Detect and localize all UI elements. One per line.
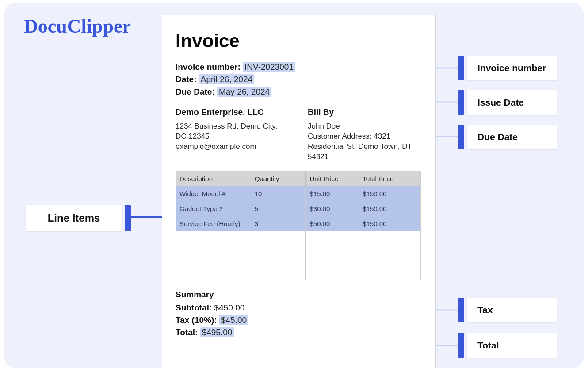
invoice-number-label: Invoice number: [176,62,241,72]
header-quantity: Quantity [251,171,306,186]
cell-unit: $50.00 [306,216,359,231]
tax-value: $45.00 [219,315,248,325]
from-address: 1234 Business Rd, Demo City, DC 12345 [176,121,290,142]
parties-section: Demo Enterprise, LLC 1234 Business Rd, D… [176,107,422,162]
header-total-price: Total Price [359,171,421,186]
tax-label: Tax (10%): [176,315,217,325]
accent-bar [458,333,464,358]
annotation-total: Total [467,333,557,358]
billby-party: Bill By John Doe Customer Address: 4321 … [308,107,422,162]
annotation-issue-date: Issue Date [467,90,557,115]
table-row: Widget Model A 10 $15.00 $150.00 [176,186,421,201]
summary-title: Summary [176,290,422,299]
annotation-label: Tax [477,305,493,315]
annotation-label: Line Items [48,212,100,224]
subtotal-line: Subtotal: $450.00 [176,303,422,313]
total-value: $495.00 [200,327,234,337]
line-items-table: Description Quantity Unit Price Total Pr… [176,171,421,280]
accent-bar [458,298,464,322]
invoice-document: Invoice Invoice number: INV-2023001 Date… [162,15,436,368]
brand-logo: DocuClipper [24,15,131,38]
total-label: Total: [176,328,198,337]
header-description: Description [176,171,251,186]
billby-label: Bill By [308,107,422,117]
cell-qty: 10 [251,186,306,201]
table-empty-row [176,231,421,280]
from-email: example@example.com [176,142,290,152]
from-company: Demo Enterprise, LLC [176,107,290,117]
cell-qty: 5 [251,201,306,216]
invoice-number-line: Invoice number: INV-2023001 [176,62,422,72]
subtotal-label: Subtotal: [176,303,212,312]
annotation-due-date: Due Date [467,125,557,149]
billto-name: John Doe [308,121,422,132]
annotation-label: Total [477,340,499,350]
annotation-invoice-number: Invoice number [467,56,557,80]
accent-bar [125,205,131,231]
app-canvas: DocuClipper Invoice Invoice number: INV-… [4,3,584,368]
header-unit-price: Unit Price [306,171,359,186]
cell-qty: 3 [251,216,306,231]
table-header-row: Description Quantity Unit Price Total Pr… [176,171,421,186]
issue-date-value: April 26, 2024 [199,74,254,84]
due-date-line: Due Date: May 26, 2024 [176,87,422,97]
table-row: Service Fee (Hourly) 3 $50.00 $150.00 [176,216,421,231]
cell-desc: Service Fee (Hourly) [176,216,251,231]
accent-bar [458,56,464,80]
issue-date-label: Date: [176,75,197,84]
issue-date-line: Date: April 26, 2024 [176,75,422,84]
cell-total: $150.00 [359,186,421,201]
cell-desc: Widget Model A [176,186,251,201]
due-date-value: May 26, 2024 [217,87,271,97]
cell-total: $150.00 [359,216,421,231]
accent-bar [458,90,464,115]
annotation-line-items: Line Items [26,205,122,231]
invoice-number-value: INV-2023001 [243,62,295,72]
annotation-label: Due Date [477,132,518,142]
cell-unit: $30.00 [306,201,359,216]
cell-total: $150.00 [359,201,421,216]
tax-line: Tax (10%): $45.00 [176,315,422,325]
from-party: Demo Enterprise, LLC 1234 Business Rd, D… [176,107,290,162]
cell-desc: Gadget Type 2 [176,201,251,216]
summary-section: Summary Subtotal: $450.00 Tax (10%): $45… [176,290,422,337]
annotation-label: Issue Date [477,97,524,107]
annotation-label: Invoice number [477,63,546,73]
cell-unit: $15.00 [306,186,359,201]
subtotal-value: $450.00 [214,303,245,312]
total-line: Total: $495.00 [176,328,422,337]
due-date-label: Due Date: [176,87,215,96]
billto-address: Customer Address: 4321 Residential St, D… [308,132,422,162]
accent-bar [458,125,464,149]
annotation-tax: Tax [467,298,557,322]
table-row: Gadget Type 2 5 $30.00 $150.00 [176,201,421,216]
invoice-title: Invoice [176,30,422,52]
